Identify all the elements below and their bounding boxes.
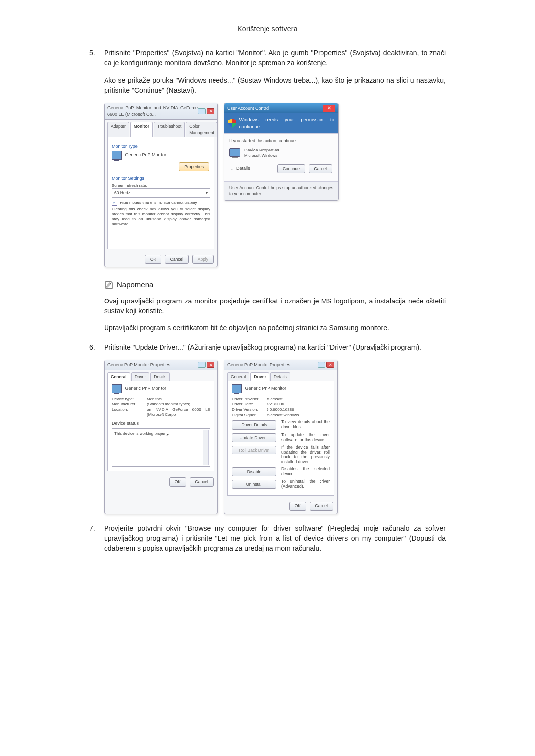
cancel-button[interactable]: Cancel [309,164,332,173]
monitor-type-label: Monitor Type [112,143,210,150]
note-heading: Napomena [104,279,446,290]
uac-started-text: If you started this action, continue. [229,138,333,144]
note-body: Ovaj upravljački program za monitor posj… [104,296,446,333]
disable-desc: Disables the selected device. [281,466,330,476]
properties-button-row: Properties [112,161,210,172]
step-7-number: 7. [89,523,104,554]
general-button-row: OK Cancel [105,474,217,489]
refresh-rate-label: Screen refresh rate: [112,183,210,188]
monitor-icon [112,384,122,393]
driver-panel: Generic PnP Monitor Driver Provider:Micr… [227,381,334,496]
tab-monitor[interactable]: Monitor [130,122,153,137]
tab-details[interactable]: Details [270,372,290,381]
update-driver-button[interactable]: Update Driver... [232,433,276,442]
tab-driver[interactable]: Driver [131,372,150,381]
uac-program: Device Properties [244,147,279,153]
ok-button[interactable]: OK [145,255,161,264]
apply-button[interactable]: Apply [192,255,214,264]
step-6-number: 6. [89,342,104,352]
minimize-icon[interactable] [318,362,325,368]
uninstall-button[interactable]: Uninstall [232,480,276,489]
tab-general[interactable]: General [227,372,249,381]
tab-details[interactable]: Details [150,372,170,381]
monitor-panel: Monitor Type Generic PnP Monitor Propert… [107,137,214,249]
tab-general[interactable]: General [107,372,130,381]
device-name: Generic PnP Monitor [125,386,166,391]
manufacturer-label: Manufacturer: [112,402,147,407]
general-tabs: General Driver Details [105,370,217,381]
driver-provider-label: Driver Provider: [232,397,267,402]
general-panel: Generic PnP Monitor Device type:Monitors… [107,381,214,471]
screenshots-row-2: Generic PnP Monitor Properties ✕ General… [104,360,446,514]
monitor-button-row: OK Cancel Apply [105,252,217,267]
monitor-icon [112,151,122,160]
continue-button[interactable]: Continue [277,164,305,173]
refresh-rate-value: 60 Hertz [114,190,130,196]
device-status-label: Device status [112,420,210,427]
tab-color-management[interactable]: Color Management [186,122,217,137]
disable-button[interactable]: Disable [232,467,276,476]
close-icon[interactable]: ✕ [326,362,334,368]
step-5-text2: Ako se prikaže poruka "Windows needs..."… [104,75,446,96]
uac-titlebar: User Account Control ✕ [224,103,338,113]
step-7-text: Provjerite potvrdni okvir "Browse my com… [104,523,446,554]
page-header: Korištenje softvera [89,25,446,33]
uac-action-row: ⌄ Details Continue Cancel [229,163,333,174]
hide-modes-checkbox[interactable]: ✓ [112,201,117,206]
uac-details-link[interactable]: Details [236,165,250,172]
uac-footer: User Account Control helps stop unauthor… [224,181,338,200]
digital-signer-label: Digital Signer: [232,413,267,418]
device-name-row: Generic PnP Monitor [232,384,330,393]
chevron-down-icon: ▾ [206,190,208,196]
hide-modes-row: ✓ Hide modes that this monitor cannot di… [112,201,210,206]
hide-modes-label: Hide modes that this monitor cannot disp… [120,201,197,205]
rollback-button[interactable]: Roll Back Driver [232,446,276,454]
minimize-icon[interactable] [198,362,206,368]
monitor-properties-window: Generic PnP Monitor and NVIDIA GeForce 6… [104,103,218,267]
content: 5. Pritisnite "Properties" (Svojstva) na… [89,48,446,553]
step-6-text: Pritisnite "Update Driver..." (Ažuriranj… [104,342,446,352]
page-title: Korištenje softvera [237,25,298,33]
manufacturer-value: (Standard monitor types) [147,402,210,407]
location-label: Location: [112,407,147,417]
device-type-value: Monitors [147,397,210,402]
chevron-down-icon[interactable]: ⌄ [229,166,234,172]
digital-signer-value: microsoft windows [267,413,330,418]
close-icon[interactable]: ✕ [323,105,335,112]
ok-button[interactable]: OK [289,502,306,510]
device-type-label: Device type: [112,397,147,402]
footer-rule [89,573,446,573]
driver-button-row: OK Cancel [224,499,337,513]
close-icon[interactable]: ✕ [207,362,214,368]
uninstall-desc: To uninstall the driver (Advanced). [281,479,330,489]
tab-troubleshoot[interactable]: Troubleshoot [154,122,185,137]
cancel-button[interactable]: Cancel [310,502,333,510]
window-buttons: ✕ [318,362,334,368]
refresh-rate-select[interactable]: 60 Hertz ▾ [112,188,210,197]
cancel-button[interactable]: Cancel [190,477,214,486]
properties-driver-window: Generic PnP Monitor Properties ✕ General… [224,360,338,514]
update-driver-desc: To update the driver software for this d… [281,432,330,442]
driver-details-desc: To view details about the driver files. [281,419,330,429]
step-6: 6. Pritisnite "Update Driver..." (Ažurir… [89,342,446,352]
tab-adapter[interactable]: Adapter [107,122,129,137]
tab-driver[interactable]: Driver [250,372,269,381]
driver-details-button[interactable]: Driver Details [232,420,276,429]
scrollbar[interactable] [203,430,209,465]
properties-driver-title: Generic PnP Monitor Properties [227,362,290,368]
rollback-desc: If the device fails after updating the d… [281,445,330,465]
screenshots-row-1: Generic PnP Monitor and NVIDIA GeForce 6… [104,103,446,267]
driver-version-label: Driver Version: [232,407,267,412]
device-name-row: Generic PnP Monitor [112,384,210,393]
properties-button[interactable]: Properties [179,162,209,171]
cancel-button[interactable]: Cancel [165,255,189,264]
minimize-icon[interactable] [198,108,206,114]
close-icon[interactable]: ✕ [207,108,214,114]
driver-date-label: Driver Date: [232,402,267,407]
hide-modes-desc: Clearing this check box allows you to se… [112,207,210,227]
window-buttons: ✕ [198,362,214,368]
note-p1: Ovaj upravljački program za monitor posj… [104,296,446,316]
ok-button[interactable]: OK [169,477,186,486]
spacer [112,227,210,245]
monitor-settings-label: Monitor Settings [112,175,210,182]
